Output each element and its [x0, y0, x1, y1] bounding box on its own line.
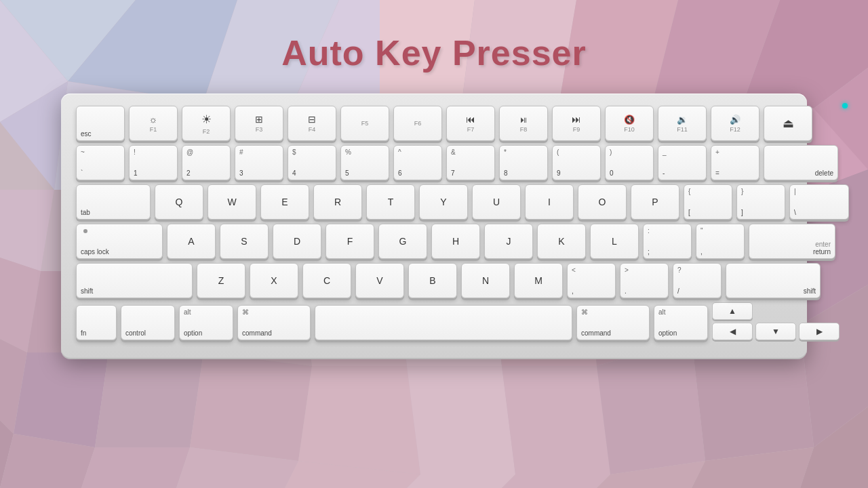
eject-icon: ⏏	[783, 116, 794, 131]
equals-bottom: =	[715, 169, 719, 177]
capslock-label: caps lock	[81, 248, 109, 256]
key-tab[interactable]: tab	[76, 184, 151, 220]
key-f2[interactable]: ☀ F2	[182, 106, 231, 141]
key-b[interactable]: B	[408, 263, 457, 298]
key-f7[interactable]: ⏮ F7	[446, 106, 495, 141]
key-enter[interactable]: enter return	[749, 224, 835, 259]
key-command-right[interactable]: ⌘ command	[576, 305, 650, 340]
key-9[interactable]: ( 9	[552, 145, 601, 180]
key-5[interactable]: % 5	[340, 145, 389, 180]
key-8[interactable]: * 8	[499, 145, 548, 180]
key-f4[interactable]: ⊟ F4	[288, 106, 336, 141]
key-t[interactable]: T	[366, 184, 415, 220]
minus-top: _	[663, 148, 667, 156]
key-shift-right[interactable]: shift	[726, 263, 821, 298]
key-option-right[interactable]: alt option	[654, 305, 708, 340]
key-equals[interactable]: + =	[711, 145, 760, 180]
key-f3[interactable]: ⊞ F3	[235, 106, 283, 141]
key-h[interactable]: H	[431, 224, 480, 259]
f12-label: F12	[730, 126, 741, 133]
key-arrow-right[interactable]: ▶	[799, 323, 840, 340]
key-f10[interactable]: 🔇 F10	[605, 106, 654, 141]
svg-marker-34	[14, 352, 108, 447]
key-e[interactable]: E	[260, 184, 309, 220]
key-control[interactable]: control	[121, 305, 175, 340]
key-z[interactable]: Z	[197, 263, 245, 298]
key-quote[interactable]: " ,	[696, 224, 745, 259]
k0-bottom: 0	[610, 169, 614, 177]
key-u[interactable]: U	[472, 184, 521, 220]
key-w[interactable]: W	[208, 184, 256, 220]
key-i[interactable]: I	[525, 184, 574, 220]
key-semicolon[interactable]: : ;	[643, 224, 692, 259]
key-l[interactable]: L	[590, 224, 639, 259]
k1-top: !	[134, 148, 136, 156]
f12-icon: 🔊	[730, 115, 741, 125]
key-v[interactable]: V	[355, 263, 404, 298]
k5-bottom: 5	[345, 169, 349, 177]
key-minus[interactable]: _ -	[658, 145, 707, 180]
key-fn[interactable]: fn	[76, 305, 117, 340]
key-s[interactable]: S	[220, 224, 269, 259]
key-bracketr[interactable]: } ]	[736, 184, 785, 220]
key-6[interactable]: ^ 6	[393, 145, 442, 180]
key-slash[interactable]: ? /	[673, 263, 722, 298]
key-y[interactable]: Y	[419, 184, 468, 220]
key-0[interactable]: ) 0	[605, 145, 654, 180]
key-f8[interactable]: ⏯ F8	[499, 106, 548, 141]
key-eject[interactable]: ⏏	[764, 106, 812, 141]
f10-icon: 🔇	[624, 115, 635, 125]
key-bracketl[interactable]: { [	[684, 184, 732, 220]
key-1[interactable]: ! 1	[129, 145, 178, 180]
key-n[interactable]: N	[461, 263, 510, 298]
key-period[interactable]: > .	[620, 263, 669, 298]
key-command-left[interactable]: ⌘ command	[237, 305, 311, 340]
key-7[interactable]: & 7	[446, 145, 495, 180]
key-r[interactable]: R	[313, 184, 362, 220]
key-q[interactable]: Q	[155, 184, 203, 220]
delete-label: delete	[815, 169, 833, 177]
key-4[interactable]: $ 4	[288, 145, 336, 180]
key-shift-left[interactable]: shift	[76, 263, 193, 298]
f4-label: F4	[309, 126, 316, 133]
key-arrow-up[interactable]: ▲	[712, 302, 753, 320]
key-2[interactable]: @ 2	[182, 145, 231, 180]
key-tilde[interactable]: ~ `	[76, 145, 125, 180]
key-j[interactable]: J	[484, 224, 533, 259]
key-delete[interactable]: delete	[764, 145, 838, 180]
key-a[interactable]: A	[167, 224, 216, 259]
key-option-left[interactable]: alt option	[179, 305, 233, 340]
key-g[interactable]: G	[378, 224, 427, 259]
key-comma[interactable]: < ,	[567, 263, 616, 298]
key-k[interactable]: K	[537, 224, 586, 259]
key-f5[interactable]: F5	[340, 106, 389, 141]
key-3[interactable]: # 3	[235, 145, 283, 180]
key-x[interactable]: X	[250, 263, 298, 298]
f11-label: F11	[677, 126, 688, 133]
f1-icon: ☼	[149, 114, 158, 125]
tilde-top: ~	[81, 148, 85, 156]
key-f9[interactable]: ⏭ F9	[552, 106, 601, 141]
key-f6[interactable]: F6	[393, 106, 442, 141]
k7-bottom: 7	[451, 169, 455, 177]
key-backslash[interactable]: | \	[789, 184, 849, 220]
key-c[interactable]: C	[302, 263, 351, 298]
key-d[interactable]: D	[273, 224, 321, 259]
key-f1[interactable]: ☼ F1	[129, 106, 178, 141]
k4-top: $	[292, 148, 296, 156]
f8-label: F8	[520, 126, 528, 133]
svg-marker-36	[190, 352, 312, 461]
key-f[interactable]: F	[326, 224, 374, 259]
key-m[interactable]: M	[514, 263, 563, 298]
key-space[interactable]	[315, 305, 572, 340]
key-f12[interactable]: 🔊 F12	[711, 106, 760, 141]
key-p[interactable]: P	[631, 184, 679, 220]
key-arrow-left[interactable]: ◀	[712, 323, 753, 340]
key-o[interactable]: O	[578, 184, 627, 220]
key-esc[interactable]: esc	[76, 106, 125, 141]
k0-top: )	[610, 148, 612, 156]
key-capslock[interactable]: caps lock	[76, 224, 163, 259]
key-f11[interactable]: 🔉 F11	[658, 106, 707, 141]
key-arrow-down[interactable]: ▼	[755, 323, 796, 340]
svg-marker-45	[81, 447, 190, 488]
